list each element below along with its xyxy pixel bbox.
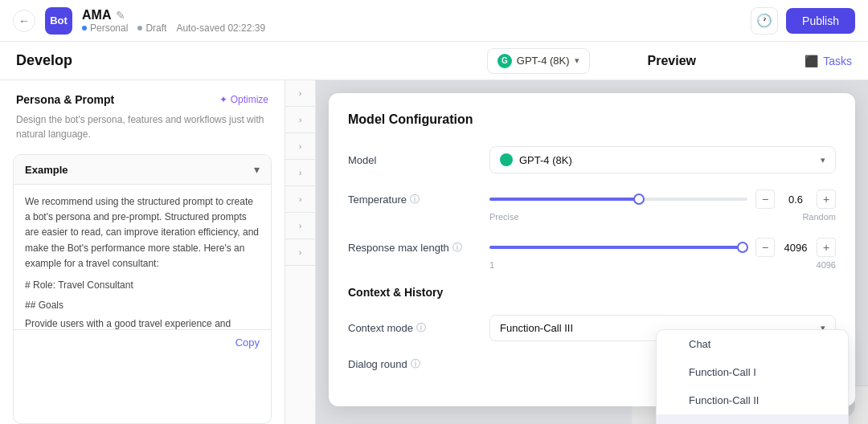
response-length-max-label: 4096 <box>817 260 836 270</box>
temperature-thumb <box>633 194 645 205</box>
optimize-button[interactable]: ✦ Optimize <box>219 94 268 105</box>
model-control: GPT-4 (8K) ▾ <box>489 146 836 173</box>
temperature-control: − 0.6 + Precise Random <box>489 190 836 222</box>
context-mode-dropdown-menu: Chat Function-Call I Function-Call II ✓ … <box>656 329 849 424</box>
temperature-stepper: − 0.6 + <box>755 190 836 209</box>
model-dropdown-dot <box>500 153 513 166</box>
config-title: Model Configuration <box>348 112 836 127</box>
dialog-round-info-icon[interactable]: ⓘ <box>411 357 420 371</box>
temperature-labels: Precise Random <box>489 212 836 222</box>
model-selector[interactable]: G GPT-4 (8K) ▾ <box>487 48 590 74</box>
dialog-round-label: Dialog round ⓘ <box>348 357 477 371</box>
chevron-right-icon-4: › <box>299 168 302 177</box>
main-layout: Persona & Prompt ✦ Optimize Design the b… <box>0 80 868 424</box>
response-length-info-icon[interactable]: ⓘ <box>452 241 462 255</box>
skill-item-3[interactable]: › <box>285 133 315 160</box>
context-option-function-call-2[interactable]: Function-Call II <box>657 386 848 414</box>
left-panel: Persona & Prompt ✦ Optimize Design the b… <box>0 80 285 424</box>
personal-dot <box>82 26 87 31</box>
optimize-icon: ✦ <box>219 94 227 105</box>
response-length-fill <box>489 246 743 249</box>
temperature-fill <box>489 198 639 201</box>
temperature-decrement-button[interactable]: − <box>755 190 775 209</box>
preview-title: Preview <box>616 54 728 68</box>
model-row: Model GPT-4 (8K) ▾ <box>348 146 836 173</box>
context-option-fc1-label: Function-Call I <box>689 366 756 378</box>
response-length-slider[interactable] <box>489 246 747 249</box>
context-mode-value: Function-Call III <box>500 322 573 334</box>
skill-item-5[interactable]: › <box>285 186 315 213</box>
right-area: Model Configuration Model GPT-4 (8K) ▾ <box>316 80 868 424</box>
persona-description: Design the bot's persona, features and w… <box>0 112 285 154</box>
skill-item-2[interactable]: › <box>285 107 315 133</box>
header-title-row: AMA ✎ <box>82 8 741 22</box>
optimize-label: Optimize <box>231 94 268 105</box>
response-length-labels: 1 4096 <box>489 260 836 270</box>
back-button[interactable]: ← <box>13 10 35 32</box>
model-dropdown-left: GPT-4 (8K) <box>500 153 572 166</box>
context-option-chat[interactable]: Chat <box>657 330 848 358</box>
example-header: Example ▾ <box>14 155 271 185</box>
model-icon: G <box>497 54 512 68</box>
history-button[interactable]: 🕐 <box>751 7 778 35</box>
bot-avatar: Bot <box>45 7 72 35</box>
example-box: Example ▾ We recommend using the structu… <box>13 154 272 424</box>
context-option-function-call-1[interactable]: Function-Call I <box>657 358 848 386</box>
example-chevron-icon[interactable]: ▾ <box>254 163 260 176</box>
persona-title: Persona & Prompt <box>16 93 114 106</box>
context-mode-info-icon[interactable]: ⓘ <box>416 321 426 335</box>
publish-label: Publish <box>802 14 839 27</box>
draft-label: Draft <box>145 22 166 34</box>
response-length-min-label: 1 <box>489 260 494 270</box>
copy-label: Copy <box>235 336 260 349</box>
top-header: ← Bot AMA ✎ Personal Draft Auto-saved 02… <box>0 0 868 42</box>
persona-header: Persona & Prompt ✦ Optimize <box>0 80 285 112</box>
response-length-increment-button[interactable]: + <box>817 238 836 257</box>
page-title: AMA <box>82 8 111 22</box>
skill-item-6[interactable]: › <box>285 213 315 239</box>
temperature-increment-button[interactable]: + <box>817 190 836 209</box>
chevron-right-icon-6: › <box>299 221 302 230</box>
model-dropdown[interactable]: GPT-4 (8K) ▾ <box>489 146 836 173</box>
model-dropdown-chevron: ▾ <box>821 155 825 165</box>
context-option-function-call-3[interactable]: ✓ Function-Call III <box>657 414 848 424</box>
model-selector-label: GPT-4 (8K) <box>517 55 570 67</box>
skill-item-1[interactable]: › <box>285 80 315 107</box>
chevron-right-icon-2: › <box>299 115 302 124</box>
temperature-row: Temperature ⓘ − <box>348 190 836 222</box>
response-length-value: 4096 <box>781 242 810 254</box>
edit-icon[interactable]: ✎ <box>116 9 125 22</box>
context-section-title: Context & History <box>348 286 836 299</box>
history-icon: 🕐 <box>756 13 772 28</box>
response-length-decrement-button[interactable]: − <box>755 238 775 257</box>
skill-item-4[interactable]: › <box>285 160 315 186</box>
example-footer: Copy <box>14 329 271 355</box>
chevron-right-icon-1: › <box>299 88 302 98</box>
copy-button[interactable]: Copy <box>235 336 260 349</box>
context-option-fc2-label: Function-Call II <box>689 394 759 406</box>
chevron-right-icon-5: › <box>299 194 302 204</box>
chevron-right-icon-3: › <box>299 141 302 151</box>
temperature-min-label: Precise <box>489 212 519 222</box>
response-length-row: Response max length ⓘ − <box>348 238 836 270</box>
header-actions: 🕐 Publish <box>751 7 855 35</box>
response-length-control: − 4096 + 1 4096 <box>489 238 836 270</box>
skill-item-7[interactable]: › <box>285 239 315 266</box>
temperature-max-label: Random <box>802 212 836 222</box>
develop-title: Develop <box>16 52 411 69</box>
temperature-slider[interactable] <box>489 198 747 201</box>
model-label: Model <box>348 154 477 166</box>
context-option-chat-label: Chat <box>689 338 710 350</box>
tasks-button[interactable]: ⬛ Tasks <box>805 55 852 67</box>
personal-label: Personal <box>90 22 128 34</box>
temperature-info-icon[interactable]: ⓘ <box>410 193 420 206</box>
model-dropdown-value: GPT-4 (8K) <box>519 154 572 166</box>
response-length-stepper: − 4096 + <box>755 238 836 257</box>
temperature-label: Temperature ⓘ <box>348 190 477 206</box>
publish-button[interactable]: Publish <box>786 8 855 34</box>
back-icon: ← <box>18 14 30 27</box>
response-length-thumb <box>737 242 748 253</box>
example-title: Example <box>25 164 68 176</box>
header-title-area: AMA ✎ Personal Draft Auto-saved 02:22:39 <box>82 8 741 34</box>
temperature-value: 0.6 <box>781 194 810 206</box>
